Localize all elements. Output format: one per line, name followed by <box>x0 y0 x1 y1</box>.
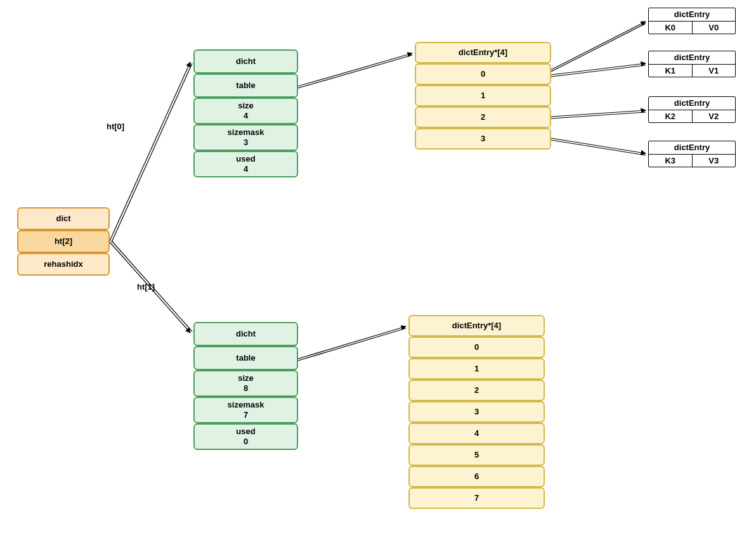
dicht1-sizemask-value: 7 <box>244 410 248 420</box>
svg-line-1 <box>112 63 192 242</box>
arr1-slot-4: 4 <box>408 423 545 444</box>
dicht1-used: used 0 <box>193 423 298 450</box>
dicht0-sizemask-value: 3 <box>244 138 248 148</box>
entry-0: dictEntry K0 V0 <box>648 8 736 34</box>
entry-0-title: dictEntry <box>674 8 710 21</box>
entry-3-title: dictEntry <box>674 141 710 154</box>
entry-1-title: dictEntry <box>674 51 710 64</box>
dicht1-used-value: 0 <box>244 437 248 447</box>
svg-line-13 <box>551 112 646 119</box>
arr1-slot-5: 5 <box>408 444 545 466</box>
entry-2: dictEntry K2 V2 <box>648 96 736 123</box>
dicht1-title: dicht <box>193 322 298 346</box>
dicht0-table: table <box>193 74 298 98</box>
arr1-slot-6: 6 <box>408 466 545 487</box>
svg-line-11 <box>551 65 646 77</box>
arr1-slot-7: 7 <box>408 487 545 509</box>
entry-2-k: K2 <box>649 110 693 122</box>
svg-line-4 <box>298 53 412 86</box>
entry-1-k: K1 <box>649 64 693 77</box>
dicht0-sizemask: sizemask 3 <box>193 124 298 151</box>
dicht1-sizemask-label: sizemask <box>228 400 264 410</box>
dicht0-sizemask-label: sizemask <box>228 127 264 138</box>
dicht1-size-label: size <box>238 373 254 383</box>
dicht1-used-label: used <box>236 427 255 437</box>
dicht0-size: size 4 <box>193 98 298 124</box>
arr0-title: dictEntry*[4] <box>415 42 551 63</box>
arr0-slot-0: 0 <box>415 63 551 85</box>
arr1-slot-1: 1 <box>408 358 545 380</box>
svg-line-8 <box>551 22 646 70</box>
entry-1: dictEntry K1 V1 <box>648 51 736 77</box>
entry-3-k: K3 <box>649 154 693 167</box>
dicht1-size: size 8 <box>193 370 298 397</box>
entry-0-k: K0 <box>649 21 693 34</box>
entry-0-v: V0 <box>693 21 736 34</box>
svg-line-0 <box>110 62 190 241</box>
dicht0-used-value: 4 <box>244 164 248 174</box>
arr1-slot-3: 3 <box>408 401 545 423</box>
dict-ht: ht[2] <box>17 230 110 253</box>
arr0-slot-1: 1 <box>415 85 551 106</box>
arr1-title: dictEntry*[4] <box>408 315 545 337</box>
entry-2-title: dictEntry <box>674 97 710 110</box>
svg-line-5 <box>298 55 412 88</box>
arrows-svg <box>0 0 756 552</box>
dict-rehashidx: rehashidx <box>17 253 110 276</box>
arr1-slot-2: 2 <box>408 380 545 401</box>
dicht1-table: table <box>193 346 298 370</box>
dicht0-size-value: 4 <box>244 111 248 121</box>
arr1-slot-0: 0 <box>408 337 545 358</box>
entry-3: dictEntry K3 V3 <box>648 141 736 167</box>
svg-line-6 <box>298 326 406 359</box>
arr0-slot-2: 2 <box>415 106 551 128</box>
dicht0-title: dicht <box>193 49 298 74</box>
entry-3-v: V3 <box>693 154 736 167</box>
dict-title: dict <box>17 207 110 230</box>
label-ht0: ht[0] <box>107 122 124 131</box>
svg-line-9 <box>551 23 646 72</box>
svg-line-14 <box>551 138 646 153</box>
dicht1-sizemask: sizemask 7 <box>193 397 298 423</box>
svg-line-12 <box>551 110 646 117</box>
dicht0-used-label: used <box>236 154 255 164</box>
entry-2-v: V2 <box>693 110 736 122</box>
dicht0-size-label: size <box>238 101 254 111</box>
dicht0-used: used 4 <box>193 151 298 177</box>
label-ht1: ht[1] <box>137 282 155 292</box>
entry-1-v: V1 <box>693 64 736 77</box>
svg-line-7 <box>298 328 406 361</box>
svg-line-10 <box>551 63 646 75</box>
svg-line-15 <box>551 140 646 155</box>
dicht1-size-value: 8 <box>244 383 248 394</box>
arr0-slot-3: 3 <box>415 128 551 150</box>
